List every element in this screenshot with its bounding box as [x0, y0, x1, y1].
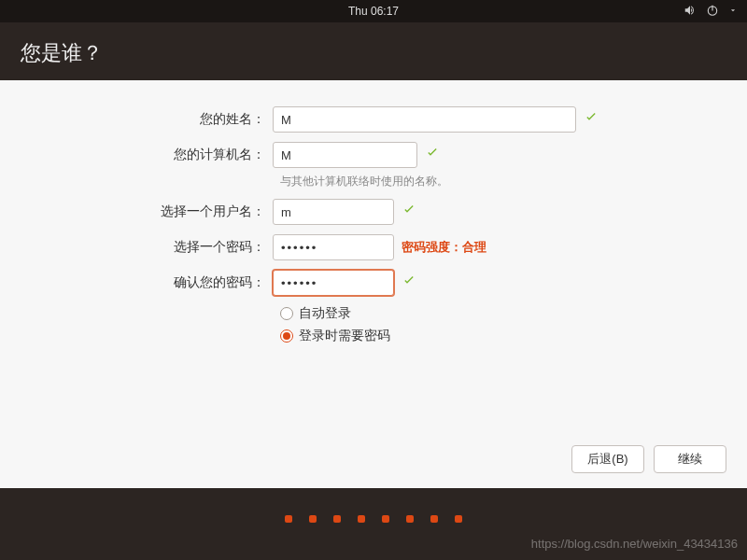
check-icon: [402, 203, 416, 221]
hostname-input[interactable]: [273, 142, 417, 168]
username-label: 选择一个用户名：: [21, 203, 273, 220]
check-icon: [425, 146, 440, 164]
dot: [358, 515, 365, 523]
auto-login-label: 自动登录: [299, 305, 351, 322]
watermark: https://blog.csdn.net/weixin_43434136: [531, 537, 738, 551]
confirm-label: 确认您的密码：: [21, 274, 273, 291]
name-input[interactable]: [273, 106, 576, 133]
back-button[interactable]: 后退(B): [571, 445, 644, 473]
installer-header: 您是谁？: [0, 22, 747, 80]
require-password-label: 登录时需要密码: [299, 328, 390, 344]
volume-icon[interactable]: [684, 4, 697, 20]
dot: [455, 515, 462, 523]
hostname-label: 您的计算机名：: [21, 147, 273, 163]
password-label: 选择一个密码：: [21, 239, 273, 256]
dot: [309, 515, 317, 523]
page-title: 您是谁？: [21, 39, 726, 67]
name-label: 您的姓名：: [21, 111, 273, 128]
continue-button[interactable]: 继续: [654, 445, 726, 473]
progress-dots: [285, 515, 462, 523]
require-password-option[interactable]: 登录时需要密码: [280, 328, 726, 344]
chevron-down-icon[interactable]: [728, 5, 738, 18]
confirm-input[interactable]: [273, 270, 394, 296]
power-icon[interactable]: [706, 4, 719, 20]
progress-strip: https://blog.csdn.net/weixin_43434136: [0, 488, 747, 554]
dot: [430, 515, 438, 523]
radio-icon: [280, 307, 293, 320]
dot: [333, 515, 341, 523]
dot: [285, 515, 292, 523]
top-bar: Thu 06:17: [0, 0, 747, 22]
form-panel: 您的姓名： 您的计算机名： 与其他计算机联络时使用的名称。 选择一个用户名： 选…: [0, 80, 747, 488]
dot: [406, 515, 414, 523]
password-input[interactable]: [273, 234, 394, 260]
username-input[interactable]: [273, 199, 394, 225]
clock: Thu 06:17: [348, 5, 399, 18]
radio-icon: [280, 329, 293, 343]
login-options: 自动登录 登录时需要密码: [280, 305, 726, 344]
password-strength: 密码强度：合理: [402, 239, 486, 256]
check-icon: [584, 110, 599, 129]
dot: [382, 515, 389, 523]
hostname-hint: 与其他计算机联络时使用的名称。: [280, 174, 726, 189]
check-icon: [402, 273, 416, 292]
auto-login-option[interactable]: 自动登录: [280, 305, 726, 322]
